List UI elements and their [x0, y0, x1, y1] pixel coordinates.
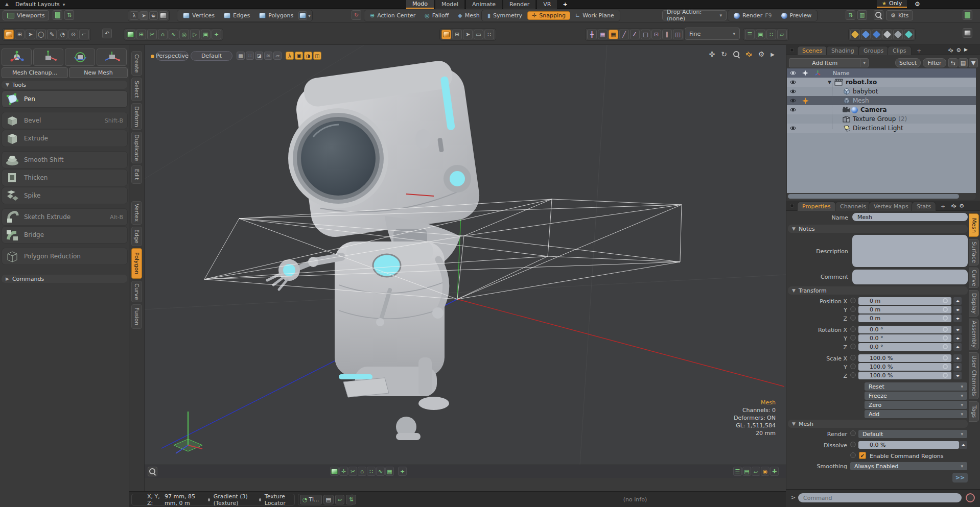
polygons-mode-button[interactable]: Polygons	[255, 11, 297, 20]
bt-link-icon[interactable]: ∿	[376, 467, 385, 476]
item-mode-icon[interactable]: λ	[130, 11, 138, 20]
cut-icon[interactable]: ✂	[147, 30, 157, 39]
tab-scenes[interactable]: Scenes	[797, 46, 827, 55]
new-mesh-button[interactable]: New Mesh	[69, 67, 128, 78]
channel-dot[interactable]	[850, 364, 856, 369]
spinner[interactable]: ◂▸	[953, 315, 962, 322]
play-icon[interactable]: ▷	[190, 30, 200, 39]
layer-stack-icon[interactable]: ▣	[756, 30, 765, 39]
rotation-x-input[interactable]: 0.0 °	[858, 326, 951, 333]
keyframe-dot[interactable]	[943, 307, 948, 312]
plane-tool-icon[interactable]: ⌐	[79, 30, 89, 39]
tab-properties[interactable]: Properties	[797, 202, 836, 211]
snap-boxdot-icon[interactable]: ⊡	[651, 30, 661, 39]
dots-action-icon[interactable]: ∷	[484, 30, 494, 39]
rotation-y-input[interactable]: 0.0 °	[858, 334, 951, 342]
visibility-eye-icon[interactable]	[789, 126, 797, 131]
add-panel-tab-button[interactable]: +	[912, 46, 926, 55]
action-center-auto-button[interactable]	[2, 49, 32, 66]
position-x-input[interactable]: 0 m	[858, 297, 951, 305]
add-icon[interactable]: +	[212, 30, 221, 39]
preview-button[interactable]: Preview	[777, 11, 816, 20]
tab-fusion[interactable]: Fusion	[131, 304, 142, 329]
spinner[interactable]: ◂▸	[959, 441, 967, 449]
keyframe-dot[interactable]	[943, 298, 948, 303]
panel-flyout-icon[interactable]: ▶	[964, 47, 968, 54]
tab-select[interactable]: Select	[131, 78, 142, 101]
position-z-input[interactable]: 0 m	[858, 315, 951, 322]
transform-section-header[interactable]: ▼ Transform	[788, 286, 968, 295]
tool-bevel[interactable]: BevelShift-B	[2, 112, 128, 129]
viewport-canvas[interactable]	[145, 45, 786, 465]
sync-icon[interactable]: ⇅	[846, 10, 855, 20]
smoothing-select[interactable]: Always Enabled▾	[850, 462, 967, 470]
symmetry-button[interactable]: ▮Symmetry	[483, 11, 526, 20]
time-tool-button[interactable]: ◔ Ti...	[300, 495, 322, 504]
swap-layout-button[interactable]: ⇅	[64, 10, 74, 20]
tab-model[interactable]: Model	[435, 0, 464, 9]
sliders-status-button[interactable]: ⇅	[346, 495, 356, 504]
channel-dot[interactable]	[850, 442, 856, 447]
edges-mode-button[interactable]: Edges	[220, 11, 254, 20]
tab-stats[interactable]: Stats	[912, 202, 936, 211]
comment-field[interactable]	[852, 270, 968, 284]
keyframe-dot[interactable]	[943, 327, 948, 332]
snap-parallel-icon[interactable]: ∥	[662, 30, 672, 39]
expander-icon[interactable]: ▼	[828, 80, 831, 85]
spinner[interactable]: ◂▸	[953, 306, 962, 313]
br-list-icon[interactable]: ☰	[733, 467, 742, 476]
keyframe-dot[interactable]	[943, 373, 948, 378]
overlay-icon[interactable]: ▱	[273, 52, 282, 60]
render-select[interactable]: Default▾	[858, 430, 967, 438]
gem-gray-icon[interactable]	[882, 30, 892, 39]
list-swap-button[interactable]: ⇆	[948, 58, 958, 67]
add-button[interactable]: Add▾	[865, 410, 967, 418]
command-regions-checkbox[interactable]: ✔	[859, 452, 866, 459]
maximize-icon[interactable]: ⇄	[744, 49, 754, 59]
reset-button[interactable]: Reset▾	[865, 382, 967, 391]
scene-item-camera[interactable]: Camera	[787, 105, 976, 114]
pen-tool-icon[interactable]: ✎	[47, 30, 57, 39]
record-macro-button[interactable]	[966, 493, 975, 502]
curve-icon[interactable]: ∿	[169, 30, 178, 39]
list-style-button[interactable]: ▤	[959, 58, 968, 67]
channel-dot[interactable]	[850, 298, 856, 303]
tab-shading[interactable]: Shading	[826, 46, 859, 55]
snap-axis-icon[interactable]: ╋	[587, 30, 597, 39]
snap-lock-icon[interactable]: ◫	[673, 30, 683, 39]
channel-dot[interactable]	[850, 355, 856, 360]
rotation-z-input[interactable]: 0.0 °	[858, 343, 951, 351]
more-options-button[interactable]: >>	[952, 473, 968, 482]
select-button[interactable]: Select	[895, 58, 921, 67]
tab-vertex-maps[interactable]: Vertex Maps	[869, 202, 914, 211]
scene-item-robot[interactable]: ▼ robot.lxo	[787, 78, 976, 87]
add-properties-tab-button[interactable]: +	[936, 202, 950, 211]
action-center-local-button[interactable]	[33, 49, 63, 66]
channel-dot[interactable]	[850, 335, 856, 341]
bt-cube-icon[interactable]	[330, 467, 339, 476]
spinner[interactable]: ◂▸	[953, 372, 962, 379]
command-input[interactable]: Command	[798, 493, 962, 502]
tool-sketch-extrude[interactable]: Sketch ExtrudeAlt-B	[2, 208, 128, 226]
image-icon[interactable]: ▱	[777, 30, 787, 39]
tab-vertex[interactable]: Vertex	[131, 201, 142, 225]
bt-grid-icon[interactable]: ▦	[385, 467, 394, 476]
side-panel-toggle[interactable]	[963, 10, 972, 20]
tab-vr[interactable]: VR	[537, 0, 557, 9]
gem-gray2-icon[interactable]	[893, 30, 903, 39]
channel-dot[interactable]	[850, 315, 856, 321]
render-button[interactable]: RenderF9	[730, 11, 776, 20]
scene-item-babybot[interactable]: babybot	[787, 87, 976, 96]
keyframe-dot[interactable]	[943, 344, 948, 349]
tab-duplicate[interactable]: Duplicate	[131, 132, 142, 163]
zoom-icon[interactable]	[733, 51, 740, 58]
tab-animate[interactable]: Animate	[466, 0, 502, 9]
render-flag-icon[interactable]	[802, 98, 809, 104]
circle-tool-icon[interactable]: ◯	[36, 30, 46, 39]
item-cube-icon[interactable]	[159, 11, 168, 20]
br-add-icon[interactable]: ✚	[770, 467, 779, 476]
spinner[interactable]: ◂▸	[953, 343, 962, 351]
show-pages-icon[interactable]: ◫	[313, 52, 321, 60]
pick-gem-icon[interactable]	[850, 30, 860, 39]
plane-action-icon[interactable]: ▭	[474, 30, 483, 39]
